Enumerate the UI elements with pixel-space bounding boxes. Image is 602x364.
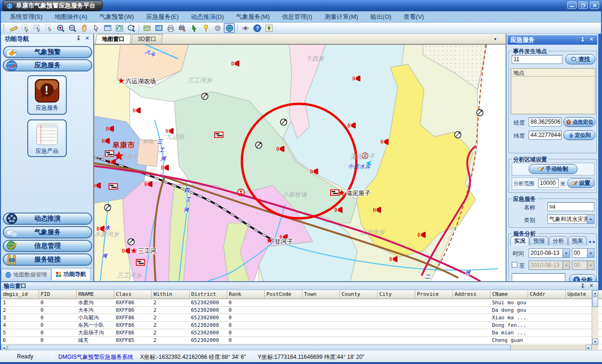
tab-map-window[interactable]: 地图窗口	[95, 34, 132, 44]
table-row[interactable]: 10水磨沟0XFF8626523020000Shui mo gou	[1, 299, 602, 306]
table-cell: Da dong gou	[490, 306, 528, 314]
hour-combobox[interactable]: 00▼	[572, 248, 594, 258]
status-ready: Ready	[17, 353, 33, 360]
zoom-out-tool[interactable]	[67, 23, 78, 33]
print-setup-tool[interactable]	[177, 23, 188, 33]
menu-output[interactable]: 输出(O)	[364, 12, 397, 22]
pin-icon[interactable]	[76, 36, 81, 42]
scroll-up-icon[interactable]: ▲	[592, 290, 598, 296]
pin-icon[interactable]	[580, 284, 585, 290]
select-arrow-tool[interactable]	[20, 23, 31, 33]
analyze-button[interactable]: i 分析	[569, 274, 596, 281]
settings-gear-tool[interactable]	[212, 23, 223, 33]
table-row[interactable]: 40东风一小队0XFF8626523020000Dong fen...	[1, 321, 602, 329]
location-search-input[interactable]: 11	[512, 55, 562, 64]
map-tab-dropdown[interactable]: ▼	[491, 36, 499, 42]
help-tool[interactable]: ?	[252, 23, 262, 33]
accordion-info-management[interactable]: 信息管理	[3, 240, 92, 252]
to-checkbox[interactable]	[512, 262, 517, 268]
restore-button[interactable]	[578, 1, 588, 9]
accordion-weather-warning[interactable]: 气象预警	[3, 46, 92, 58]
map-canvas[interactable]: 六运湖农场 三工河乡 下西泉 九运街 阜康市 城关镇 阜康市 种场 小泉牧场 滋…	[94, 44, 506, 281]
name-input[interactable]: sa	[547, 202, 594, 211]
eye-tool[interactable]	[240, 23, 251, 33]
close-panel-icon[interactable]: ✕	[589, 283, 594, 288]
tab-analysis[interactable]: 分析	[549, 236, 568, 245]
toolbar-grip[interactable]	[3, 24, 6, 32]
table-cell	[377, 299, 415, 306]
green-pointer-tool[interactable]	[189, 23, 199, 33]
globe-tool[interactable]	[224, 23, 235, 33]
tab-scroll-right-icon[interactable]: ►	[592, 239, 596, 245]
deselect-tool[interactable]	[43, 23, 54, 33]
menu-info-management[interactable]: 信息管理(I)	[276, 12, 318, 22]
combo-arrow-icon[interactable]: ▼	[587, 215, 594, 223]
table-row[interactable]: 60城关0XFF8526523020000Cheng guan	[1, 336, 602, 344]
close-panel-icon[interactable]: ✕	[589, 37, 594, 42]
close-button[interactable]	[590, 1, 599, 9]
menu-dynamic-deduction[interactable]: 动态推演(D)	[185, 12, 230, 22]
table-row[interactable]: 50大面场子沟0XFF8626523020000Da mian ...	[1, 329, 602, 336]
scroll-thumb[interactable]	[592, 297, 598, 307]
accordion-service-links[interactable]: 服务链接	[3, 253, 92, 266]
type-combobox[interactable]: 气象和洪水灾害 ▼	[547, 214, 594, 224]
tab-map-data-management[interactable]: 地图数据管理	[1, 269, 51, 280]
menu-weather-warning[interactable]: 气象预警(W)	[94, 12, 140, 22]
identify-zoom-tool[interactable]: ?	[126, 23, 136, 33]
image-view-tool[interactable]	[153, 23, 164, 33]
print-tool[interactable]	[165, 23, 176, 33]
minimize-button[interactable]	[567, 1, 577, 9]
pointer-tool[interactable]	[90, 23, 101, 33]
output-vertical-scrollbar[interactable]: ▲ ▼	[592, 290, 598, 345]
tab-function-nav[interactable]: 功能导航	[51, 268, 90, 280]
measure-tool[interactable]	[8, 23, 19, 33]
range-input[interactable]: 10000	[538, 179, 559, 188]
menu-map-operation[interactable]: 地图操作(A)	[48, 12, 93, 22]
menu-emergency-service[interactable]: 应急服务(E)	[140, 12, 185, 22]
click-locate-button[interactable]: 点击定位	[563, 117, 595, 127]
tab-forecast[interactable]: 预报	[530, 236, 548, 245]
table-row[interactable]: 20大冬沟0XFF8626523020000Da dong gou	[1, 306, 602, 314]
tab-live[interactable]: 实况	[510, 236, 529, 245]
refresh-tool[interactable]	[114, 23, 125, 33]
accordion-weather-service[interactable]: 气象服务	[3, 226, 92, 238]
locate-to-button[interactable]: 定位到	[563, 130, 595, 140]
accordion-dynamic-deduction[interactable]: 动态推演	[3, 213, 92, 225]
longitude-input[interactable]: 88.3625506	[529, 118, 562, 127]
menu-weather-service[interactable]: 气象服务(M)	[230, 12, 276, 22]
rect-select-tool[interactable]	[32, 23, 42, 33]
full-extent-tool[interactable]	[102, 23, 113, 33]
menu-measure[interactable]: 测量计算(M)	[318, 12, 364, 22]
table-cell: 0	[39, 336, 76, 344]
menu-system[interactable]: 系统管理(S)	[4, 12, 48, 22]
manual-draw-button[interactable]: 手动绘制	[529, 164, 578, 174]
set-button[interactable]: 设置	[567, 178, 594, 188]
emergency-product-button[interactable]: 应急产品	[27, 119, 67, 157]
scroll-down-icon[interactable]: ▼	[592, 339, 598, 345]
placemark-tool[interactable]	[200, 23, 211, 33]
element-input[interactable]	[512, 273, 565, 281]
hour2-combobox[interactable]: 00▼	[572, 261, 594, 270]
latitude-input[interactable]: 44.22778446	[529, 131, 562, 140]
search-button[interactable]: 查找	[565, 54, 595, 64]
location-list[interactable]: 地点	[511, 68, 595, 114]
pan-tool[interactable]	[79, 23, 89, 33]
menu-view[interactable]: 查看(V)	[397, 12, 430, 22]
date-combobox[interactable]: 2010-08-13▼	[529, 248, 570, 258]
zoom-in-tool[interactable]	[55, 23, 66, 33]
tab-scroll-left-icon[interactable]: ◄	[587, 239, 592, 245]
table-cell: 2	[1, 306, 39, 314]
table-cell	[377, 329, 415, 336]
close-panel-icon[interactable]: ✕	[85, 36, 89, 41]
tab-plan[interactable]: 预案	[568, 236, 587, 245]
emergency-product-icon	[35, 123, 59, 146]
pin-icon[interactable]	[580, 37, 585, 43]
table-cell: 城关	[76, 336, 114, 344]
tab-3d-window[interactable]: 3D窗口	[131, 34, 163, 44]
map-layer-tool[interactable]	[142, 23, 152, 33]
accordion-emergency-service[interactable]: 应急服务	[3, 59, 92, 71]
emergency-service-button[interactable]: ! 应急服务	[27, 75, 67, 115]
date2-combobox[interactable]: 2010-08-13▼	[529, 261, 570, 270]
export-image-tool[interactable]	[263, 23, 274, 33]
table-row[interactable]: 30小马厩沟0XFF8626523020000Xiao ma ...	[1, 314, 602, 321]
